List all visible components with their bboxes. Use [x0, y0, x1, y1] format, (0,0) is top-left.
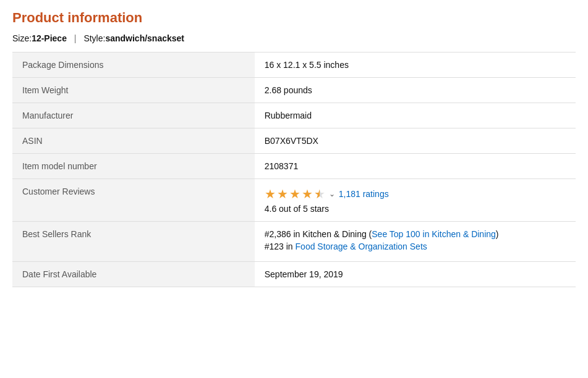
bsr-rank1-after: ) — [496, 229, 499, 239]
star-rating: ★ ★ ★ ★ ★ — [265, 187, 325, 201]
row-label: Manufacturer — [12, 103, 255, 128]
row-value: B07X6VT5DX — [255, 128, 576, 154]
table-row: Item Weight 2.68 pounds — [12, 78, 576, 103]
star-3: ★ — [289, 187, 300, 201]
bsr-rank1-text: #2,386 in Kitchen & Dining ( — [265, 229, 372, 239]
star-5-half: ★ — [314, 187, 325, 201]
size-label: Size: — [12, 33, 32, 43]
date-available-row: Date First Available September 19, 2019 — [12, 262, 576, 287]
row-label: Item Weight — [12, 78, 255, 103]
best-sellers-rank-value: #2,386 in Kitchen & Dining (See Top 100 … — [255, 222, 576, 262]
customer-reviews-value: ★ ★ ★ ★ ★ ⌄ 1,181 ratings 4.6 out of 5 s… — [255, 179, 576, 222]
bsr-rank2-prefix: #123 in — [265, 242, 296, 251]
subtitle-separator: | — [74, 33, 77, 43]
star-1: ★ — [265, 187, 276, 201]
row-value: 2.68 pounds — [255, 78, 576, 103]
star-4: ★ — [302, 187, 313, 201]
stars-out-of-label: 4.6 out of 5 stars — [265, 204, 566, 214]
date-available-value: September 19, 2019 — [255, 262, 576, 287]
row-label: Package Dimensions — [12, 52, 255, 78]
bsr-line-2: #123 in Food Storage & Organization Sets — [265, 242, 566, 251]
stars-row: ★ ★ ★ ★ ★ ⌄ 1,181 ratings — [265, 187, 566, 201]
style-label: Style: — [83, 33, 105, 43]
date-available-label: Date First Available — [12, 262, 255, 287]
bsr-rank2-link[interactable]: Food Storage & Organization Sets — [296, 242, 427, 251]
customer-reviews-row: Customer Reviews ★ ★ ★ ★ ★ ⌄ 1,181 ratin… — [12, 179, 576, 222]
style-value: sandwich/snackset — [105, 33, 184, 43]
table-row: Item model number 2108371 — [12, 154, 576, 179]
row-value: Rubbermaid — [255, 103, 576, 128]
ratings-dropdown-arrow[interactable]: ⌄ — [329, 190, 335, 198]
size-value: 12-Piece — [32, 33, 67, 43]
row-value: 2108371 — [255, 154, 576, 179]
best-sellers-rank-label: Best Sellers Rank — [12, 222, 255, 262]
table-row: ASIN B07X6VT5DX — [12, 128, 576, 154]
customer-reviews-label: Customer Reviews — [12, 179, 255, 222]
bsr-rank1-link[interactable]: See Top 100 in Kitchen & Dining — [372, 229, 496, 239]
ratings-count-link[interactable]: 1,181 ratings — [339, 189, 389, 199]
best-sellers-rank-row: Best Sellers Rank #2,386 in Kitchen & Di… — [12, 222, 576, 262]
table-row: Package Dimensions 16 x 12.1 x 5.5 inche… — [12, 52, 576, 78]
row-label: ASIN — [12, 128, 255, 154]
table-row: Manufacturer Rubbermaid — [12, 103, 576, 128]
bsr-line-1: #2,386 in Kitchen & Dining (See Top 100 … — [265, 229, 566, 239]
page-title: Product information — [12, 10, 576, 26]
product-subtitle: Size:12-Piece | Style:sandwich/snackset — [12, 33, 576, 43]
star-2: ★ — [277, 187, 288, 201]
row-value: 16 x 12.1 x 5.5 inches — [255, 52, 576, 78]
product-info-table: Package Dimensions 16 x 12.1 x 5.5 inche… — [12, 52, 576, 287]
row-label: Item model number — [12, 154, 255, 179]
